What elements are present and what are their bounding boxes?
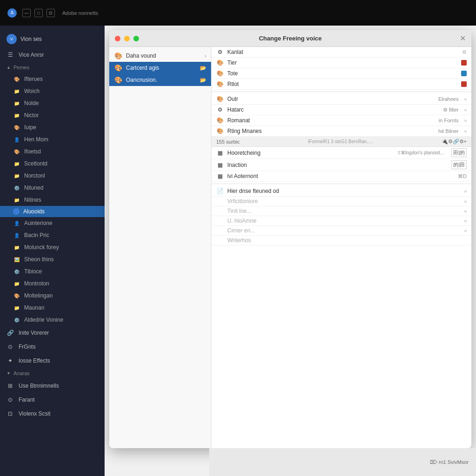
- detail-row-tote[interactable]: 🎨 Tote: [212, 68, 471, 79]
- detail-row-tinit[interactable]: Tinit lne... »: [212, 206, 471, 216]
- dialog-body: 🎨 Daha vound › 🎨 Cartcerd agis 📂 🎨 Oancn…: [109, 47, 471, 448]
- sidebar-item-usebtnnimnells[interactable]: ⊞ Use Btnnimnells: [0, 379, 105, 393]
- top-bar: A — □ ⊡ Adobe nonnetts: [0, 0, 476, 26]
- detail-row-rtingmnanes[interactable]: 🎨 Rting Mnanes hé Bilner »: [212, 126, 471, 137]
- detail-row-inaction[interactable]: ▦ Inaction 的|田: [212, 159, 471, 171]
- app-icon: A: [7, 8, 17, 18]
- detail-row-lviaoternont[interactable]: ▦ lvi Aoternont ⌘D: [212, 171, 471, 182]
- detail-row-kanlat[interactable]: ⚙ Kanlat ⚙: [212, 47, 471, 58]
- sidebar-item-nolde[interactable]: 📁 Nolde: [0, 97, 105, 109]
- sidebar-item-nitines[interactable]: 📁 Nitines: [0, 194, 105, 206]
- detail-row-hooretcheing[interactable]: ▦ Hooretcheing ⇧⌘lngdon's ptanoist... 田|…: [212, 147, 471, 159]
- grid-icon: ⊞: [7, 382, 14, 390]
- sidebar-item-nituned[interactable]: ⚙️ Nituned: [0, 182, 105, 194]
- image-icon: 🖼️: [13, 256, 20, 263]
- folder-icon: 📁: [13, 99, 20, 107]
- detail-row-rtlot[interactable]: 🎨 Rtlot: [212, 79, 471, 90]
- red-swatch2: [461, 81, 467, 87]
- file-folder-icon2: 📂: [200, 77, 206, 83]
- traffic-light-red[interactable]: [115, 36, 120, 41]
- sidebar-item-alderievonine[interactable]: ⚙️ Aldedrie Vonine: [0, 314, 105, 326]
- sidebar-item-molteiingan[interactable]: 🎨 Molteiingan: [0, 290, 105, 302]
- sidebar-item-losseeffects[interactable]: ✦ losse Effects: [0, 354, 105, 368]
- sidebar-item-tibioce[interactable]: ⚙️ Tibioce: [0, 265, 105, 278]
- sidebar-item-norctonl[interactable]: 📁 Norctonl: [0, 170, 105, 182]
- bottom-bar: ⌦ rn1 SvivMsor: [209, 448, 476, 476]
- color-icon: 🎨: [13, 148, 20, 155]
- file-item-dahavound[interactable]: 🎨 Daha vound ›: [109, 50, 211, 62]
- sidebar-item-frgnts[interactable]: ⊙ FrGnts: [0, 340, 105, 354]
- section-label: Anaras: [13, 370, 30, 376]
- blue-swatch: [461, 71, 467, 76]
- file-icon: 🎨: [114, 76, 122, 84]
- dialog-close-button[interactable]: ✕: [460, 34, 466, 43]
- chevron-down-icon: ▼: [7, 371, 11, 376]
- detail-row-hatarc[interactable]: ⚙ Hatarc ⚙ filter »: [212, 105, 471, 115]
- sidebar-header-label: Vion ses: [20, 36, 42, 42]
- detail-row-tier[interactable]: 🎨 Tier: [212, 58, 471, 68]
- circle-icon: ⊙: [7, 343, 14, 350]
- sidebar-item-sheonthins[interactable]: 🖼️ Sheon thins: [0, 253, 105, 265]
- sidebar-section-pemes[interactable]: ▲ Pemes: [0, 62, 105, 73]
- file-icon: 🎨: [114, 52, 122, 60]
- sidebar-item-bacinpric[interactable]: 👤 Bacin Pric: [0, 229, 105, 241]
- traffic-light-green[interactable]: [133, 36, 139, 41]
- gear-icon: ⚙: [216, 48, 224, 56]
- file-icon: 🎨: [114, 64, 122, 72]
- detail-row-vrficit[interactable]: Vrficitloniore »: [212, 197, 471, 206]
- file-item-oancnusion[interactable]: 🎨 Oancnusion. 📂: [109, 74, 211, 86]
- sidebar-item-ifterues[interactable]: 🎨 Ifterues: [0, 73, 105, 85]
- user-icon: 👤: [13, 231, 20, 239]
- gear-right-icon: ⚙: [462, 49, 467, 55]
- minimize-icon[interactable]: —: [22, 9, 31, 17]
- detail-row-uhioamne[interactable]: U. hioAmne »: [212, 216, 471, 226]
- detail-row-hierdnse[interactable]: 📄 Hier dnse fteuned od »: [212, 186, 471, 197]
- sidebar-item-violenxscsit[interactable]: ⊡ Violenx Scsit: [0, 407, 105, 421]
- sidebar-item-intevorer[interactable]: 🔗 Inite Vorerer: [0, 326, 105, 340]
- sidebar-item-montroton[interactable]: 📁 Montroton: [0, 278, 105, 290]
- sidebar-item-ifoetsd[interactable]: 🎨 Ifoetsd: [0, 145, 105, 158]
- sidebar-item-iuipe[interactable]: 🎨 Iuipe: [0, 121, 105, 133]
- dialog-window: Change Freeing voice ✕ 🎨 Daha vound › 🎨 …: [109, 30, 471, 448]
- detail-panel: ⚙ Kanlat ⚙ 🎨 Tier 🎨 Tote 🎨 Rtlot: [212, 47, 471, 448]
- section-label: Pemes: [13, 65, 29, 70]
- folder-icon: 📁: [13, 112, 20, 119]
- dialog-titlebar: Change Freeing voice ✕: [109, 30, 471, 47]
- status-bar: 155 surbic IFormelR1 3 steG1 BernRan....…: [212, 137, 471, 147]
- sidebar-item-auinterione[interactable]: 👤 Auinterione: [0, 217, 105, 229]
- color-icon: 🎨: [216, 127, 224, 135]
- sidebar-item-henmom[interactable]: 👤 Hen Mom: [0, 133, 105, 145]
- sidebar-item-scetlontd[interactable]: 📁 Scetlontd: [0, 158, 105, 170]
- detail-row-romanat[interactable]: 🎨 Romanat in Fornts »: [212, 115, 471, 126]
- chevron-up-icon: ▲: [7, 65, 11, 70]
- color-icon: 🎨: [13, 124, 20, 131]
- detail-row-outr[interactable]: 🎨 Outr Elrahees »: [212, 94, 471, 105]
- shortcut-badge: 田|的: [451, 148, 467, 157]
- sidebar-item-molunck[interactable]: 📁 Molunck forey: [0, 241, 105, 253]
- sidebar-item-farant[interactable]: ⊙ Farant: [0, 393, 105, 407]
- file-arrow: ›: [205, 53, 206, 59]
- color-icon: 🎨: [216, 70, 224, 77]
- folder-icon: 📁: [13, 244, 20, 251]
- detail-row-cirrieren[interactable]: Cirrier en... »: [212, 226, 471, 236]
- detail-row-writerhos[interactable]: Writerhos: [212, 236, 471, 245]
- maximize-icon[interactable]: □: [34, 9, 43, 17]
- sidebar-item-aluooids[interactable]: Aluooids: [0, 206, 105, 217]
- folder-icon: 📁: [13, 172, 20, 179]
- folder-icon: 📁: [13, 196, 20, 204]
- folder-icon: 📁: [13, 87, 20, 95]
- sidebar-item-nictor[interactable]: 📁 Nictor: [0, 109, 105, 121]
- sidebar-section-anaras[interactable]: ▼ Anaras: [0, 368, 105, 379]
- sidebar-nav-label[interactable]: ☰ Vice Anrsr: [0, 48, 105, 62]
- sidebar-item-woich[interactable]: 📁 Woich: [0, 85, 105, 97]
- circle-icon: [13, 208, 20, 215]
- file-item-cartcerdagis[interactable]: 🎨 Cartcerd agis 📂: [109, 62, 211, 74]
- user-avatar: V: [7, 34, 17, 44]
- traffic-light-yellow[interactable]: [124, 36, 130, 41]
- bottom-label: ⌦ rn1 SvivMsor: [430, 459, 469, 465]
- restore-icon[interactable]: ⊡: [46, 9, 55, 17]
- window-controls: — □ ⊡: [22, 9, 55, 17]
- folder-icon: 📁: [13, 280, 20, 287]
- sidebar-item-maunan[interactable]: 📁 Maunan: [0, 302, 105, 314]
- separator-2: [212, 184, 471, 184]
